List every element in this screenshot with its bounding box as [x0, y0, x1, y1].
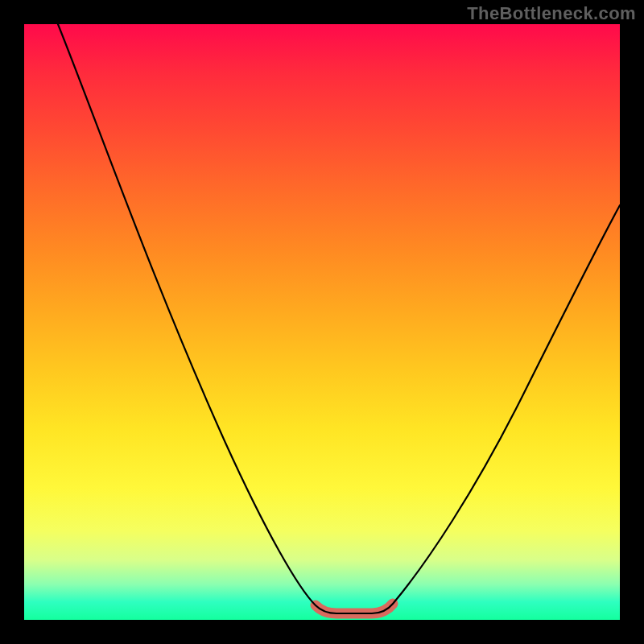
plot-area	[24, 24, 620, 620]
watermark-label: TheBottleneck.com	[467, 3, 636, 24]
bottleneck-curve	[24, 24, 620, 620]
curve-path	[58, 24, 620, 613]
chart-frame: TheBottleneck.com	[0, 0, 644, 644]
